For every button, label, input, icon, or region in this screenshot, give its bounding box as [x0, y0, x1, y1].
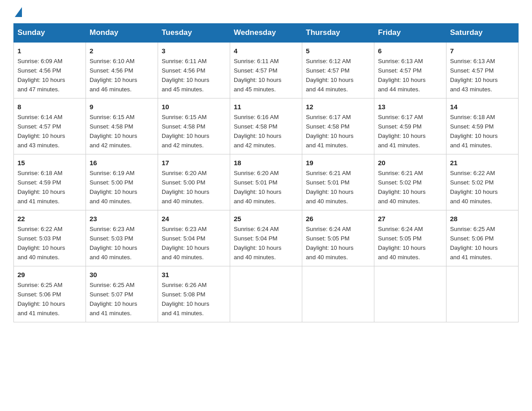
day-number: 1	[17, 46, 82, 56]
calendar-cell: 22Sunrise: 6:22 AMSunset: 5:03 PMDayligh…	[14, 210, 86, 266]
day-number: 25	[234, 214, 298, 224]
day-number: 21	[450, 158, 515, 168]
day-info: Sunrise: 6:23 AMSunset: 5:03 PMDaylight:…	[90, 226, 137, 261]
weekday-header-row: SundayMondayTuesdayWednesdayThursdayFrid…	[14, 24, 519, 43]
calendar-cell: 19Sunrise: 6:21 AMSunset: 5:01 PMDayligh…	[302, 154, 374, 210]
day-info: Sunrise: 6:15 AMSunset: 4:58 PMDaylight:…	[90, 114, 137, 149]
calendar-cell: 13Sunrise: 6:17 AMSunset: 4:59 PMDayligh…	[374, 98, 446, 154]
day-number: 7	[450, 46, 515, 56]
day-info: Sunrise: 6:11 AMSunset: 4:56 PMDaylight:…	[162, 58, 209, 93]
calendar-cell: 17Sunrise: 6:20 AMSunset: 5:00 PMDayligh…	[158, 154, 230, 210]
calendar-cell: 16Sunrise: 6:19 AMSunset: 5:00 PMDayligh…	[86, 154, 158, 210]
day-number: 17	[162, 158, 226, 168]
calendar-week-row: 29Sunrise: 6:25 AMSunset: 5:06 PMDayligh…	[14, 266, 519, 322]
calendar-cell	[302, 266, 374, 322]
calendar-cell: 18Sunrise: 6:20 AMSunset: 5:01 PMDayligh…	[230, 154, 302, 210]
day-info: Sunrise: 6:26 AMSunset: 5:08 PMDaylight:…	[162, 282, 209, 317]
day-info: Sunrise: 6:18 AMSunset: 4:59 PMDaylight:…	[17, 170, 65, 205]
day-number: 20	[378, 158, 442, 168]
day-number: 3	[162, 46, 226, 56]
day-number: 31	[162, 270, 226, 280]
day-info: Sunrise: 6:22 AMSunset: 5:03 PMDaylight:…	[17, 226, 65, 261]
day-info: Sunrise: 6:21 AMSunset: 5:02 PMDaylight:…	[378, 170, 425, 205]
day-info: Sunrise: 6:17 AMSunset: 4:59 PMDaylight:…	[378, 114, 425, 149]
calendar-cell: 27Sunrise: 6:24 AMSunset: 5:05 PMDayligh…	[374, 210, 446, 266]
day-number: 18	[234, 158, 298, 168]
calendar-cell: 28Sunrise: 6:25 AMSunset: 5:06 PMDayligh…	[446, 210, 519, 266]
day-info: Sunrise: 6:10 AMSunset: 4:56 PMDaylight:…	[90, 58, 137, 93]
day-info: Sunrise: 6:20 AMSunset: 5:00 PMDaylight:…	[162, 170, 209, 205]
calendar-cell: 12Sunrise: 6:17 AMSunset: 4:58 PMDayligh…	[302, 98, 374, 154]
day-info: Sunrise: 6:20 AMSunset: 5:01 PMDaylight:…	[234, 170, 281, 205]
weekday-header-friday: Friday	[374, 24, 446, 43]
day-info: Sunrise: 6:17 AMSunset: 4:58 PMDaylight:…	[306, 114, 353, 149]
day-number: 13	[378, 102, 442, 112]
calendar-cell: 14Sunrise: 6:18 AMSunset: 4:59 PMDayligh…	[446, 98, 519, 154]
calendar-cell	[374, 266, 446, 322]
calendar-cell: 15Sunrise: 6:18 AMSunset: 4:59 PMDayligh…	[14, 154, 86, 210]
weekday-header-sunday: Sunday	[14, 24, 86, 43]
day-number: 29	[17, 270, 82, 280]
day-info: Sunrise: 6:25 AMSunset: 5:07 PMDaylight:…	[90, 282, 137, 317]
day-info: Sunrise: 6:25 AMSunset: 5:06 PMDaylight:…	[450, 226, 498, 261]
day-info: Sunrise: 6:13 AMSunset: 4:57 PMDaylight:…	[450, 58, 498, 93]
calendar-cell: 7Sunrise: 6:13 AMSunset: 4:57 PMDaylight…	[446, 42, 519, 98]
day-number: 30	[90, 270, 154, 280]
day-number: 10	[162, 102, 226, 112]
calendar-cell	[230, 266, 302, 322]
calendar-cell: 2Sunrise: 6:10 AMSunset: 4:56 PMDaylight…	[86, 42, 158, 98]
calendar-cell: 21Sunrise: 6:22 AMSunset: 5:02 PMDayligh…	[446, 154, 519, 210]
day-info: Sunrise: 6:23 AMSunset: 5:04 PMDaylight:…	[162, 226, 209, 261]
day-number: 8	[17, 102, 82, 112]
day-number: 19	[306, 158, 370, 168]
calendar-cell: 24Sunrise: 6:23 AMSunset: 5:04 PMDayligh…	[158, 210, 230, 266]
day-number: 26	[306, 214, 370, 224]
calendar-cell: 31Sunrise: 6:26 AMSunset: 5:08 PMDayligh…	[158, 266, 230, 322]
day-number: 14	[450, 102, 515, 112]
day-info: Sunrise: 6:24 AMSunset: 5:05 PMDaylight:…	[306, 226, 353, 261]
day-number: 4	[234, 46, 298, 56]
day-number: 6	[378, 46, 442, 56]
calendar-cell: 10Sunrise: 6:15 AMSunset: 4:58 PMDayligh…	[158, 98, 230, 154]
calendar-cell: 4Sunrise: 6:11 AMSunset: 4:57 PMDaylight…	[230, 42, 302, 98]
calendar-cell	[446, 266, 519, 322]
calendar-cell: 8Sunrise: 6:14 AMSunset: 4:57 PMDaylight…	[14, 98, 86, 154]
day-number: 28	[450, 214, 515, 224]
calendar-cell: 1Sunrise: 6:09 AMSunset: 4:56 PMDaylight…	[14, 42, 86, 98]
day-info: Sunrise: 6:24 AMSunset: 5:04 PMDaylight:…	[234, 226, 281, 261]
day-number: 16	[90, 158, 154, 168]
weekday-header-thursday: Thursday	[302, 24, 374, 43]
calendar-cell: 20Sunrise: 6:21 AMSunset: 5:02 PMDayligh…	[374, 154, 446, 210]
calendar-cell: 11Sunrise: 6:16 AMSunset: 4:58 PMDayligh…	[230, 98, 302, 154]
calendar-cell: 9Sunrise: 6:15 AMSunset: 4:58 PMDaylight…	[86, 98, 158, 154]
day-number: 11	[234, 102, 298, 112]
calendar-cell: 25Sunrise: 6:24 AMSunset: 5:04 PMDayligh…	[230, 210, 302, 266]
day-info: Sunrise: 6:24 AMSunset: 5:05 PMDaylight:…	[378, 226, 425, 261]
day-number: 22	[17, 214, 82, 224]
day-info: Sunrise: 6:14 AMSunset: 4:57 PMDaylight:…	[17, 114, 65, 149]
day-number: 12	[306, 102, 370, 112]
calendar-cell: 3Sunrise: 6:11 AMSunset: 4:56 PMDaylight…	[158, 42, 230, 98]
weekday-header-tuesday: Tuesday	[158, 24, 230, 43]
weekday-header-monday: Monday	[86, 24, 158, 43]
day-number: 2	[90, 46, 154, 56]
day-info: Sunrise: 6:19 AMSunset: 5:00 PMDaylight:…	[90, 170, 137, 205]
weekday-header-saturday: Saturday	[446, 24, 519, 43]
day-number: 5	[306, 46, 370, 56]
calendar-cell: 26Sunrise: 6:24 AMSunset: 5:05 PMDayligh…	[302, 210, 374, 266]
weekday-header-wednesday: Wednesday	[230, 24, 302, 43]
day-number: 23	[90, 214, 154, 224]
day-info: Sunrise: 6:18 AMSunset: 4:59 PMDaylight:…	[450, 114, 498, 149]
day-info: Sunrise: 6:25 AMSunset: 5:06 PMDaylight:…	[17, 282, 65, 317]
day-info: Sunrise: 6:13 AMSunset: 4:57 PMDaylight:…	[378, 58, 425, 93]
day-number: 9	[90, 102, 154, 112]
day-info: Sunrise: 6:15 AMSunset: 4:58 PMDaylight:…	[162, 114, 209, 149]
day-info: Sunrise: 6:12 AMSunset: 4:57 PMDaylight:…	[306, 58, 353, 93]
calendar-cell: 5Sunrise: 6:12 AMSunset: 4:57 PMDaylight…	[302, 42, 374, 98]
day-number: 24	[162, 214, 226, 224]
calendar-table: SundayMondayTuesdayWednesdayThursdayFrid…	[13, 23, 519, 322]
day-number: 15	[17, 158, 82, 168]
calendar-week-row: 15Sunrise: 6:18 AMSunset: 4:59 PMDayligh…	[14, 154, 519, 210]
calendar-week-row: 8Sunrise: 6:14 AMSunset: 4:57 PMDaylight…	[14, 98, 519, 154]
day-info: Sunrise: 6:16 AMSunset: 4:58 PMDaylight:…	[234, 114, 281, 149]
